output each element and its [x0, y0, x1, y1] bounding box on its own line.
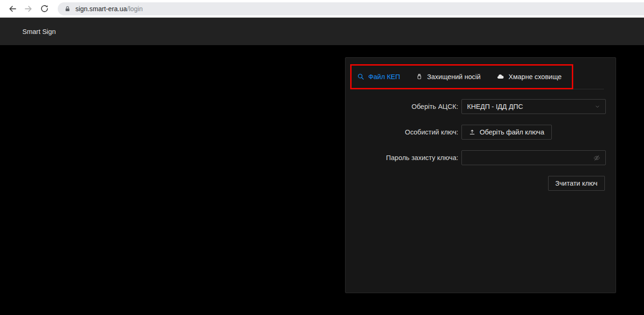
password-label: Пароль захисту ключа:: [346, 154, 458, 161]
page-body: Файл КЕП Захищений носій Хмарне сховище …: [0, 45, 644, 315]
key-file-row: Особистий ключ: Оберіть файл ключа: [346, 125, 616, 140]
submit-row: Зчитати ключ: [346, 176, 616, 191]
cloud-icon: [496, 73, 504, 80]
read-key-label: Зчитати ключ: [556, 180, 597, 187]
tabs-divider: [357, 89, 604, 89]
address-bar[interactable]: sign.smart-era.ua/login: [58, 2, 644, 15]
login-panel: Файл КЕП Захищений носій Хмарне сховище …: [345, 57, 616, 293]
tab-label: Захищений носій: [427, 73, 481, 80]
acsk-label: Оберіть АЦСК:: [346, 103, 458, 110]
eye-invisible-icon[interactable]: [593, 154, 600, 161]
choose-key-file-button[interactable]: Оберіть файл ключа: [461, 125, 552, 140]
acsk-row: Оберіть АЦСК: КНЕДП - ІДД ДПС: [346, 99, 616, 114]
acsk-select[interactable]: КНЕДП - ІДД ДПС: [461, 99, 606, 114]
app-header: Smart Sign: [0, 18, 644, 45]
tabs-bar: Файл КЕП Захищений носій Хмарне сховище: [357, 64, 604, 89]
refresh-icon[interactable]: [38, 3, 50, 15]
password-field-wrap: [461, 150, 606, 165]
browser-toolbar: sign.smart-era.ua/login: [0, 0, 644, 18]
choose-key-file-label: Оберіть файл ключа: [480, 128, 544, 136]
back-icon[interactable]: [7, 3, 19, 15]
acsk-selected-value: КНЕДП - ІДД ДПС: [467, 103, 595, 110]
url-path: /login: [127, 5, 143, 13]
tab-protected-media[interactable]: Захищений носій: [416, 64, 481, 89]
usb-icon: [416, 73, 423, 80]
tab-file-kep[interactable]: Файл КЕП: [357, 64, 400, 89]
login-form: Оберіть АЦСК: КНЕДП - ІДД ДПС Особистий …: [346, 99, 616, 191]
password-row: Пароль захисту ключа:: [346, 150, 616, 165]
search-icon: [357, 73, 364, 80]
tab-label: Файл КЕП: [368, 73, 400, 80]
url-host: sign.smart-era.ua: [75, 5, 127, 13]
upload-icon: [469, 129, 475, 135]
read-key-button[interactable]: Зчитати ключ: [548, 176, 605, 191]
key-file-label: Особистий ключ:: [346, 128, 458, 136]
url-text: sign.smart-era.ua/login: [75, 5, 143, 13]
tab-cloud-storage[interactable]: Хмарне сховище: [496, 64, 562, 89]
password-input[interactable]: [467, 154, 593, 161]
tab-label: Хмарне сховище: [508, 73, 562, 80]
forward-icon[interactable]: [22, 3, 34, 15]
chevron-down-icon: [595, 104, 600, 109]
lock-icon[interactable]: [64, 6, 71, 12]
brand-title: Smart Sign: [22, 28, 56, 35]
